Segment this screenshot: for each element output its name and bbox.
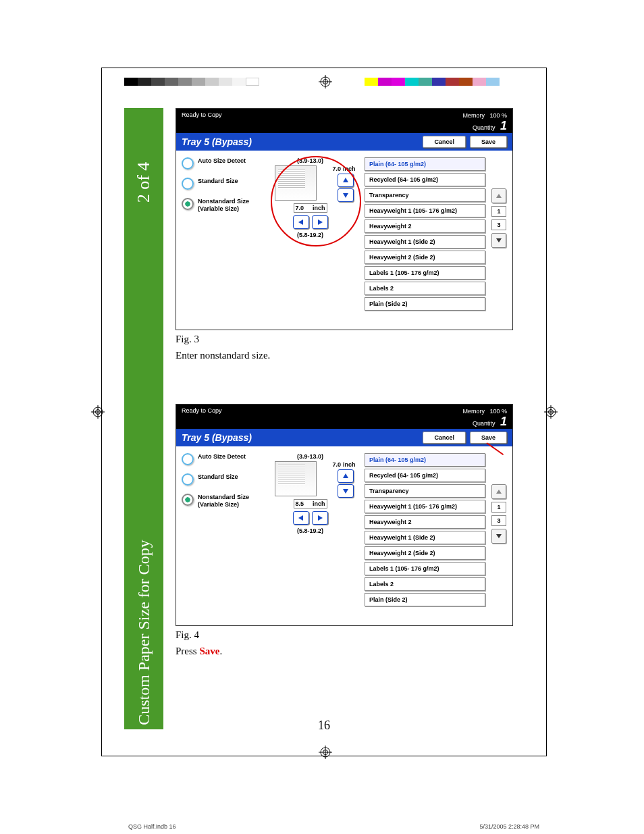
paper-type-item[interactable]: Heavyweight 2 (365, 515, 485, 529)
svg-marker-16 (343, 178, 348, 182)
scroll-total: 3 (491, 515, 506, 526)
paper-type-item[interactable]: Plain (64- 105 g/m2) (365, 157, 485, 171)
paper-type-item[interactable]: Heavyweight 2 (Side 2) (365, 251, 485, 264)
save-button[interactable]: Save (470, 136, 507, 148)
svg-marker-22 (343, 473, 348, 478)
cancel-button[interactable]: Cancel (423, 432, 466, 444)
step-counter: 2 of 4 (134, 162, 154, 203)
paper-type-item[interactable]: Labels 2 (365, 577, 485, 591)
registration-mark-icon (91, 405, 105, 419)
svg-marker-24 (298, 515, 303, 521)
paper-type-item[interactable]: Plain (64- 105 g/m2) (365, 453, 485, 467)
radio-auto-size[interactable] (182, 453, 194, 465)
paper-type-item[interactable]: Heavyweight 1 (105- 176 g/m2) (365, 500, 485, 513)
color-bar-grayscale (124, 78, 259, 86)
lcd-screenshot: Ready to Copy Memory 100 % Quantity 1 Tr… (176, 404, 513, 626)
figure-3: Ready to Copy Memory 100 % Quantity 1 Tr… (176, 108, 520, 362)
paper-type-item[interactable]: Heavyweight 1 (Side 2) (365, 235, 485, 249)
figure-4: Ready to Copy Memory 100 % Quantity 1 Tr… (176, 404, 520, 658)
scroll-total: 3 (491, 219, 506, 230)
figure-caption: Enter nonstandard size. (176, 349, 520, 363)
x-right-button[interactable] (312, 215, 328, 229)
svg-marker-27 (496, 534, 502, 538)
paper-type-item[interactable]: Labels 1 (105- 176 g/m2) (365, 562, 485, 575)
paper-type-item[interactable]: Heavyweight 1 (Side 2) (365, 531, 485, 544)
x-left-button[interactable] (293, 511, 309, 525)
y-down-button[interactable] (338, 188, 354, 202)
svg-marker-26 (496, 490, 502, 494)
svg-marker-19 (318, 219, 323, 225)
svg-marker-18 (298, 219, 303, 225)
lcd-screenshot: Ready to Copy Memory 100 % Quantity 1 Tr… (176, 108, 513, 330)
figure-label: Fig. 3 (176, 333, 520, 346)
cancel-button[interactable]: Cancel (423, 136, 466, 148)
svg-marker-25 (318, 515, 323, 521)
x-right-button[interactable] (312, 511, 328, 525)
screen-title: Tray 5 (Bypass) (182, 432, 252, 443)
paper-icon (275, 461, 317, 496)
screen-title: Tray 5 (Bypass) (182, 136, 252, 147)
scroll-down-button[interactable] (491, 529, 506, 544)
save-button[interactable]: Save (470, 432, 507, 444)
svg-marker-23 (343, 489, 348, 494)
paper-type-item[interactable]: Heavyweight 1 (105- 176 g/m2) (365, 204, 485, 217)
paper-type-item[interactable]: Heavyweight 2 (365, 219, 485, 233)
paper-icon (275, 165, 317, 201)
radio-nonstandard-size[interactable] (182, 494, 194, 506)
svg-marker-21 (496, 238, 502, 242)
y-up-button[interactable] (338, 174, 354, 187)
scroll-up-button[interactable] (491, 484, 506, 499)
size-diagram: (3.9-13.0) 7.0 inch 8.5inch (261, 453, 359, 619)
paper-type-item[interactable]: Recycled (64- 105 g/m2) (365, 173, 485, 186)
section-sidebar: 2 of 4 Custom Paper Size for Copy (124, 108, 163, 729)
y-up-button[interactable] (338, 469, 354, 483)
radio-standard-size[interactable] (182, 178, 194, 190)
svg-marker-20 (496, 194, 502, 198)
svg-marker-17 (343, 193, 348, 198)
scroll-pos: 1 (491, 502, 506, 513)
paper-type-list: Plain (64- 105 g/m2) Recycled (64- 105 g… (365, 453, 485, 619)
paper-type-item[interactable]: Transparency (365, 188, 485, 202)
x-left-button[interactable] (293, 215, 309, 229)
size-options: Auto Size Detect Standard Size Nonstanda… (182, 453, 256, 619)
radio-auto-size[interactable] (182, 157, 194, 170)
paper-type-item[interactable]: Transparency (365, 484, 485, 498)
paper-type-item[interactable]: Labels 2 (365, 282, 485, 295)
color-bar-cmyk (365, 78, 500, 86)
paper-type-item[interactable]: Plain (Side 2) (365, 297, 485, 311)
scroll-pos: 1 (491, 206, 506, 217)
radio-nonstandard-size[interactable] (182, 198, 194, 210)
figure-caption: Press Save. (176, 645, 520, 658)
paper-type-item[interactable]: Plain (Side 2) (365, 593, 485, 606)
scroll-up-button[interactable] (491, 188, 506, 203)
status-text: Ready to Copy (182, 111, 222, 132)
registration-mark-icon (544, 405, 558, 419)
registration-mark-icon (319, 75, 332, 88)
radio-standard-size[interactable] (182, 473, 194, 486)
status-text: Ready to Copy (182, 407, 222, 427)
scroll-down-button[interactable] (491, 233, 506, 248)
y-down-button[interactable] (338, 484, 354, 498)
section-title: Custom Paper Size for Copy (135, 540, 153, 725)
footer-timestamp: 5/31/2005 2:28:48 PM (479, 823, 539, 830)
registration-mark-icon (319, 746, 332, 759)
footer-filename: QSG Half.indb 16 (128, 823, 176, 830)
size-options: Auto Size Detect Standard Size Nonstanda… (182, 157, 256, 323)
paper-type-list: Plain (64- 105 g/m2) Recycled (64- 105 g… (365, 157, 485, 323)
paper-type-item[interactable]: Labels 1 (105- 176 g/m2) (365, 266, 485, 280)
size-diagram: (3.9-13.0) 7.0 inch 7.0inch (261, 157, 359, 323)
paper-type-item[interactable]: Recycled (64- 105 g/m2) (365, 469, 485, 482)
paper-type-item[interactable]: Heavyweight 2 (Side 2) (365, 546, 485, 560)
figure-label: Fig. 4 (176, 629, 520, 642)
